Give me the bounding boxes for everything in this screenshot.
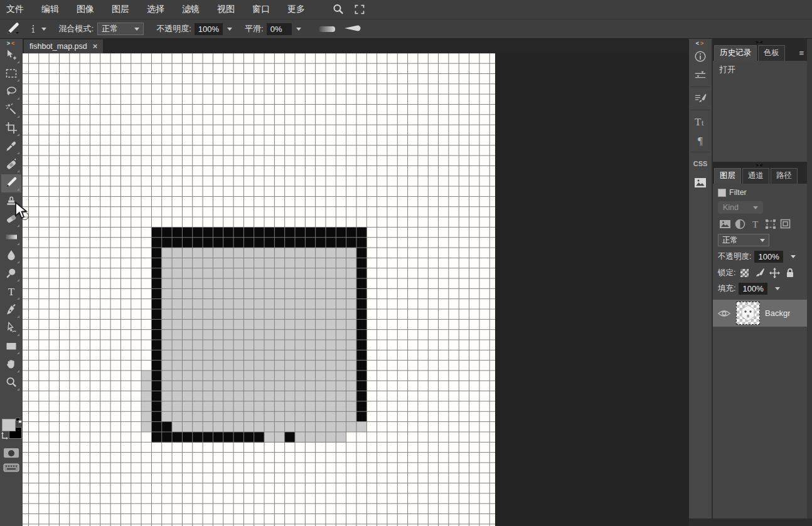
character-panel-icon[interactable]: Tt: [689, 112, 712, 131]
pixel-cell: [223, 401, 233, 412]
opacity-dropdown-arrow-icon[interactable]: [227, 28, 232, 31]
rail-collapse-toggle[interactable]: < >: [689, 39, 712, 47]
close-tab-icon[interactable]: ×: [93, 43, 98, 50]
layer-thumbnail[interactable]: [736, 302, 760, 325]
drawing-canvas[interactable]: [23, 53, 495, 526]
search-icon[interactable]: [330, 2, 346, 17]
history-tab[interactable]: 色板: [758, 45, 785, 61]
filter-shape-layers-icon[interactable]: [763, 218, 777, 229]
opacity-input[interactable]: 100%: [195, 23, 223, 35]
fullscreen-icon[interactable]: [351, 2, 368, 17]
layer-row[interactable]: Backgr: [713, 300, 807, 327]
document-tab[interactable]: fishbot_map.psd ×: [24, 39, 103, 53]
blur-tool[interactable]: [1, 247, 21, 265]
filter-pixel-layers-icon[interactable]: [718, 218, 732, 229]
brush-settings-icon[interactable]: [689, 89, 712, 108]
default-colors-icon[interactable]: [16, 418, 22, 424]
image-panel-icon[interactable]: [689, 173, 712, 192]
pixel-cell: [264, 360, 275, 371]
pixel-cell: [172, 421, 183, 432]
menu-item[interactable]: 滤镜: [173, 4, 208, 15]
panel-menu-icon[interactable]: ≡: [799, 48, 804, 58]
history-tab[interactable]: 历史记录: [714, 45, 757, 61]
fill-arrow-icon[interactable]: [775, 287, 780, 290]
pixel-cell: [305, 268, 316, 278]
path-select-tool[interactable]: [1, 320, 21, 338]
zoom-tool[interactable]: [1, 374, 21, 392]
menu-item[interactable]: 编辑: [33, 4, 68, 15]
clone-stamp-tool[interactable]: [1, 192, 21, 211]
pixel-cell: [172, 340, 183, 350]
layer-kind-select[interactable]: Kind: [718, 201, 763, 214]
menu-item[interactable]: 视图: [208, 4, 243, 15]
layer-opacity-input[interactable]: 100%: [754, 251, 783, 263]
type-tool[interactable]: T: [1, 283, 21, 302]
layer-opacity-arrow-icon[interactable]: [791, 255, 796, 258]
layers-tab[interactable]: 图层: [714, 168, 741, 184]
paragraph-panel-icon[interactable]: ¶: [689, 131, 712, 150]
filter-type-layers-icon[interactable]: T: [748, 218, 762, 229]
pixel-cell: [213, 381, 223, 391]
lasso-tool[interactable]: [1, 83, 21, 102]
keyboard-icon[interactable]: [3, 463, 19, 472]
lock-all-icon[interactable]: [784, 267, 796, 278]
marquee-tool[interactable]: [1, 65, 21, 83]
taper-dynamics-icon[interactable]: [344, 24, 361, 34]
pixel-cell: [336, 288, 346, 299]
blend-mode-select[interactable]: 正常: [97, 23, 144, 35]
pixel-cell: [305, 309, 316, 320]
shape-rect-tool[interactable]: [1, 338, 21, 356]
crop-tool[interactable]: [1, 120, 21, 138]
menu-item[interactable]: 图层: [103, 4, 138, 15]
menu-item[interactable]: 选择: [138, 4, 173, 15]
fade-dynamics-icon[interactable]: [319, 26, 335, 32]
pixel-cell: [356, 278, 367, 289]
pixel-cell: [243, 227, 254, 238]
menu-item[interactable]: 图像: [68, 4, 103, 15]
filter-adjustment-layers-icon[interactable]: [733, 218, 747, 229]
spot-heal-tool[interactable]: [1, 156, 21, 174]
eyedropper-tool[interactable]: [1, 138, 21, 156]
menu-item[interactable]: 文件: [6, 4, 33, 15]
layer-visibility-eye-icon[interactable]: [717, 308, 731, 319]
adjustments-icon[interactable]: [689, 66, 712, 85]
css-panel-icon[interactable]: CSS: [689, 154, 712, 173]
dodge-tool[interactable]: [1, 265, 21, 283]
pencil-icon[interactable]: [5, 21, 21, 36]
gradient-tool[interactable]: [1, 229, 21, 247]
lock-pixels-icon[interactable]: [754, 267, 766, 278]
swap-colors-icon[interactable]: [1, 431, 9, 441]
foreground-color-swatch[interactable]: [2, 419, 16, 431]
hand-tool[interactable]: [1, 356, 21, 374]
history-entry[interactable]: 打开: [713, 61, 807, 78]
eraser-tool[interactable]: [1, 211, 21, 229]
pixel-cell: [203, 278, 213, 289]
filter-checkbox[interactable]: [718, 189, 726, 197]
layers-tab[interactable]: 通道: [742, 168, 769, 184]
pixel-cell: [284, 319, 295, 330]
lock-transparency-icon[interactable]: [739, 267, 751, 278]
lock-position-icon[interactable]: [769, 267, 781, 278]
menu-item[interactable]: 更多: [279, 4, 314, 15]
brush-dropdown-arrow-icon[interactable]: [41, 28, 46, 31]
pixel-art-layer: [23, 53, 495, 526]
menu-item[interactable]: 窗口: [243, 4, 279, 15]
magic-wand-tool[interactable]: [1, 102, 21, 120]
quick-mask-button[interactable]: [4, 448, 19, 458]
layer-blend-mode-select[interactable]: 正常: [718, 234, 769, 246]
info-icon[interactable]: [689, 47, 712, 66]
pixel-cell: [192, 432, 203, 443]
layers-tab[interactable]: 路径: [771, 168, 798, 184]
pixel-cell: [346, 237, 356, 248]
smoothing-input[interactable]: 0%: [267, 23, 292, 35]
brush-size-preview[interactable]: 1: [31, 25, 35, 33]
tools-collapse-toggle[interactable]: > <: [0, 39, 23, 47]
move-tool[interactable]: [1, 47, 21, 65]
smoothing-dropdown-arrow-icon[interactable]: [296, 28, 301, 31]
filter-smart-objects-icon[interactable]: [778, 218, 793, 229]
pen-tool[interactable]: [1, 302, 21, 320]
pixel-cell: [274, 421, 285, 432]
pencil-tool[interactable]: [1, 174, 21, 192]
fill-input[interactable]: 100%: [739, 283, 767, 295]
pixel-cell: [326, 421, 336, 432]
